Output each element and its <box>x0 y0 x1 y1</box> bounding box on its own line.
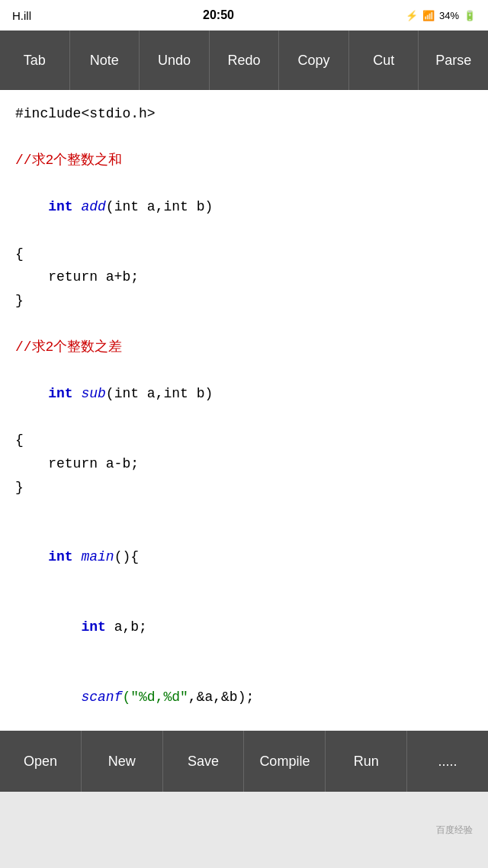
code-line-2: int add(int a,int b) <box>15 172 473 243</box>
code-line-6: int sub(int a,int b) <box>15 359 473 429</box>
code-line-5: } <box>15 289 473 313</box>
more-button[interactable]: ..... <box>407 731 488 792</box>
func-params-2: (int a,int b) <box>106 386 213 401</box>
func-params-1: (int a,int b) <box>106 199 213 214</box>
code-line-7: { <box>15 429 473 452</box>
keyword-int-1: int <box>48 199 81 214</box>
battery-indicator: ⚡ 📶 34% 🔋 <box>406 10 476 21</box>
code-line-10: int main(){ <box>15 522 473 593</box>
code-line-4: return a+b; <box>15 265 473 289</box>
code-line-1: #include<stdio.h> <box>15 102 473 126</box>
func-add: add <box>81 199 105 214</box>
keyword-int-4: int <box>81 619 114 635</box>
scanf-args: ,&a,&b); <box>188 690 254 705</box>
code-line-3: { <box>15 243 473 266</box>
scanf-call: scanf <box>48 690 122 705</box>
battery-text: 34% <box>439 10 459 21</box>
keyword-int-2: int <box>48 386 81 401</box>
code-blank-2 <box>15 312 473 336</box>
bottom-toolbar: Open New Save Compile Run ..... <box>0 731 488 792</box>
top-toolbar: Tab Note Undo Redo Copy Cut Parse <box>0 31 488 90</box>
func-sub: sub <box>81 386 105 401</box>
status-bar: H.ill 20:50 ⚡ 📶 34% 🔋 <box>0 0 488 31</box>
scanf-str: ("%d,%d" <box>122 690 188 705</box>
save-button[interactable]: Save <box>163 731 245 792</box>
code-editor[interactable]: #include<stdio.h> //求2个整数之和 int add(int … <box>0 90 488 792</box>
run-button[interactable]: Run <box>326 731 407 792</box>
undo-button[interactable]: Undo <box>140 31 210 90</box>
tab-button[interactable]: Tab <box>0 31 70 90</box>
code-blank-1 <box>15 126 473 149</box>
code-line-11: int a,b; <box>15 592 473 662</box>
signal-indicator: H.ill <box>12 9 31 22</box>
redo-button[interactable]: Redo <box>210 31 280 90</box>
new-button[interactable]: New <box>82 731 163 792</box>
vars-ab: a,b; <box>114 619 147 635</box>
code-line-8: return a-b; <box>15 452 473 476</box>
func-main: main <box>81 549 114 564</box>
watermark-text: 百度经验 <box>436 824 473 837</box>
watermark-area: 百度经验 <box>0 792 488 868</box>
code-line-12: scanf("%d,%d",&a,&b); <box>15 662 473 732</box>
clock: 20:50 <box>203 8 234 22</box>
compile-button[interactable]: Compile <box>244 731 326 792</box>
wifi-icon: 📶 <box>422 10 435 21</box>
copy-button[interactable]: Copy <box>279 31 349 90</box>
battery-icon: ⚡ <box>406 10 418 21</box>
keyword-int-3: int <box>48 549 81 564</box>
signal-text: H.ill <box>12 9 31 22</box>
note-button[interactable]: Note <box>70 31 140 90</box>
open-button[interactable]: Open <box>0 731 82 792</box>
code-line-9: } <box>15 476 473 500</box>
code-blank-3 <box>15 499 473 522</box>
int-decl <box>48 619 81 635</box>
parse-button[interactable]: Parse <box>419 31 488 90</box>
code-comment-2: //求2个整数之差 <box>15 336 473 359</box>
code-comment-1: //求2个整数之和 <box>15 149 473 172</box>
cut-button[interactable]: Cut <box>349 31 419 90</box>
battery-shape: 🔋 <box>464 10 476 21</box>
main-parens: (){ <box>114 549 139 564</box>
